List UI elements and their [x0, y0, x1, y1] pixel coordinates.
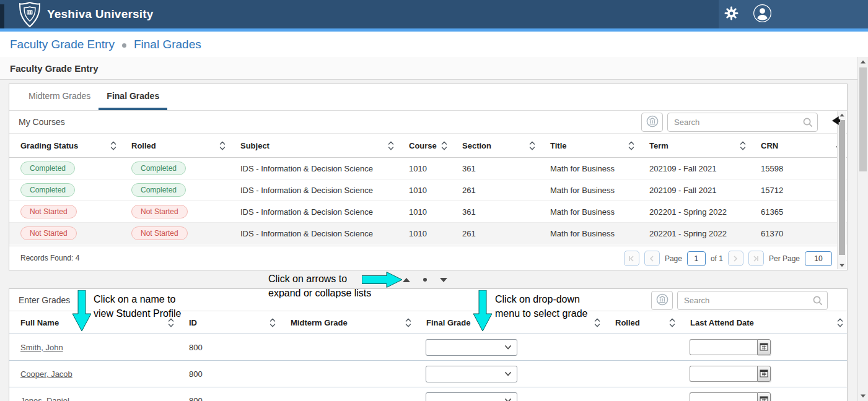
table-scrollbar[interactable] [837, 111, 846, 269]
status-badge: Completed [20, 183, 75, 197]
final-grade-select[interactable] [426, 366, 517, 382]
sort-icon[interactable] [441, 140, 447, 151]
cell-final-grade [415, 361, 604, 387]
col-header-course[interactable]: Course [398, 134, 451, 157]
col-header-title[interactable]: Title [539, 134, 638, 157]
per-page-input[interactable] [805, 251, 832, 266]
last-attend-date-input[interactable] [690, 366, 757, 382]
tab-final-grades[interactable]: Final Grades [99, 84, 167, 110]
pagination: Page of 1 Per Page [624, 246, 832, 270]
status-badge: Not Started [20, 205, 77, 218]
scrollbar-thumb[interactable] [839, 120, 845, 255]
calendar-button[interactable] [757, 339, 771, 355]
sort-icon[interactable] [837, 317, 843, 328]
last-page-button[interactable] [748, 251, 764, 266]
bank-icon [646, 114, 659, 130]
cell-rolled: Completed [120, 158, 229, 179]
calendar-button[interactable] [757, 392, 771, 401]
cell-id: 800 [178, 361, 279, 387]
annotation-dropdown-grade: Click on drop-down menu to select grade [495, 292, 587, 321]
scrollbar-down-arrow[interactable] [840, 264, 844, 267]
page-scroll-up-arrow[interactable] [861, 61, 866, 64]
breadcrumb-final-grades[interactable]: Final Grades [134, 38, 201, 51]
collapse-up-arrow[interactable] [403, 278, 410, 282]
annotation-down-arrow-grade [473, 290, 493, 335]
expand-collapse-controls [403, 275, 447, 285]
page-scrollbar[interactable] [857, 57, 868, 401]
sort-icon[interactable] [628, 140, 634, 151]
tab-midterm-grades[interactable]: Midterm Grades [20, 84, 99, 110]
col-header-section[interactable]: Section [451, 134, 539, 157]
date-picker [690, 366, 771, 382]
sort-icon[interactable] [669, 317, 675, 328]
navbar-right-section [719, 0, 868, 28]
final-grade-select[interactable] [426, 392, 517, 401]
sort-icon[interactable] [388, 140, 394, 151]
settings-button[interactable] [724, 6, 739, 23]
previous-page-button[interactable] [644, 251, 660, 266]
cell-course: 1010 [398, 179, 451, 200]
my-courses-rows: CompletedCompletedIDS - Information & De… [9, 158, 847, 244]
enter-grades-title: Enter Grades [19, 295, 70, 305]
collapse-dot[interactable] [423, 278, 427, 282]
col-header-subject[interactable]: Subject [229, 134, 398, 157]
col-header-term[interactable]: Term [638, 134, 750, 157]
last-attend-date-input[interactable] [690, 339, 757, 355]
enter-grades-search-input[interactable] [677, 291, 828, 310]
sort-icon[interactable] [405, 317, 411, 328]
cell-full-name: Cooper, Jacob [9, 361, 178, 387]
sort-icon[interactable] [529, 140, 535, 151]
col-header-id[interactable]: ID [178, 311, 279, 334]
tools-button[interactable] [641, 113, 663, 132]
col-header-grading-status[interactable]: Grading Status [9, 134, 120, 157]
student-name-link[interactable]: Jones, Daniel [20, 396, 69, 401]
col-header-last-attend-date[interactable]: Last Attend Date [679, 311, 847, 334]
page-label: Page [665, 254, 682, 263]
profile-button[interactable] [753, 4, 772, 25]
page-title-row: Faculty Grade Entry [0, 57, 868, 80]
first-page-button[interactable] [624, 251, 639, 266]
breadcrumb-faculty-grade-entry[interactable]: Faculty Grade Entry [10, 38, 115, 51]
col-header-label: Term [649, 141, 669, 150]
date-picker [690, 392, 771, 401]
chevron-down-icon [504, 343, 512, 353]
tools-button[interactable] [651, 291, 673, 310]
sort-icon[interactable] [219, 140, 226, 151]
sort-icon[interactable] [270, 317, 276, 328]
student-name-link[interactable]: Cooper, Jacob [20, 369, 72, 379]
cell-rolled [604, 361, 679, 387]
last-attend-date-input[interactable] [690, 392, 757, 401]
next-page-button[interactable] [728, 251, 743, 266]
collapse-down-arrow[interactable] [440, 278, 447, 282]
sort-icon[interactable] [594, 317, 600, 328]
cell-full-name: Jones, Daniel [9, 387, 178, 401]
page-scroll-down-arrow[interactable] [861, 395, 866, 398]
student-row: Cooper, Jacob800 [9, 361, 847, 387]
cell-title: Math for Business [539, 179, 638, 200]
final-grade-select[interactable] [426, 339, 517, 356]
student-name-link[interactable]: Smith, John [20, 343, 63, 352]
cell-id: 800 [178, 334, 279, 360]
col-header-crn[interactable]: CRN [750, 134, 847, 157]
annotation-down-arrow-name [72, 290, 92, 335]
col-header-label: Last Attend Date [690, 318, 754, 327]
navbar-edge-strip [0, 4, 4, 28]
sort-icon[interactable] [110, 140, 116, 151]
cell-term: 202109 - Fall 2021 [638, 179, 750, 200]
cell-rolled [604, 334, 679, 360]
col-header-label: Midterm Grade [291, 318, 348, 327]
my-courses-search-input[interactable] [667, 113, 818, 132]
cell-rolled: Completed [120, 179, 229, 200]
status-badge: Not Started [131, 205, 188, 218]
col-header-rolled[interactable]: Rolled [120, 134, 229, 157]
page-scroll-thumb[interactable] [859, 67, 867, 171]
col-header-rolled[interactable]: Rolled [604, 311, 679, 334]
calendar-button[interactable] [757, 366, 771, 382]
col-header-label: Course [409, 141, 437, 150]
col-header-label: Section [462, 141, 491, 150]
page-number-input[interactable] [687, 251, 706, 266]
date-picker [690, 339, 771, 355]
sort-icon[interactable] [740, 140, 746, 151]
breadcrumb-separator-dot [122, 43, 126, 48]
col-header-midterm-grade[interactable]: Midterm Grade [279, 311, 415, 334]
